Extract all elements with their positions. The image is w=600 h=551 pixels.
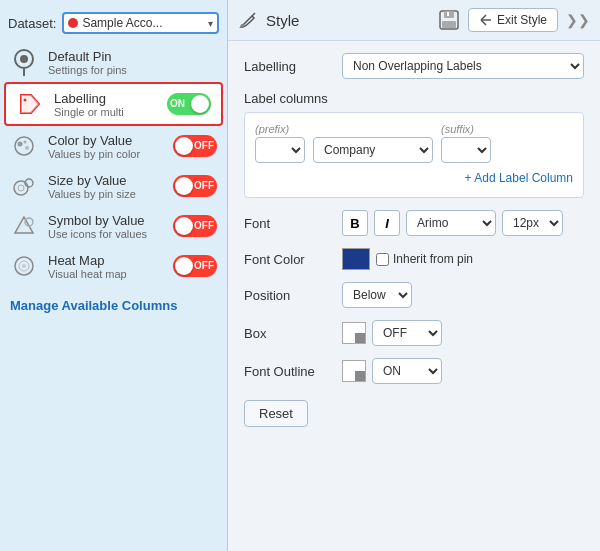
right-panel: Style Exit Style ❯❯ Labelling [228,0,600,551]
font-row: Font B I Arimo 12px 10px 11px 14px 16px … [244,210,584,236]
triangle-circle-icon [10,212,38,240]
right-header: Style Exit Style ❯❯ [228,0,600,41]
labelling-row: Labelling Non Overlapping Labels Overlap… [244,53,584,79]
box-row: Box OFF ON [244,320,584,346]
font-color-label: Font Color [244,252,334,267]
svg-point-5 [18,142,23,147]
symbol-by-value-toggle[interactable]: OFF [173,215,217,238]
labelling-control: Non Overlapping Labels Overlapping Label… [342,53,584,79]
toggle-off[interactable]: OFF [173,215,217,237]
prefix-select[interactable] [255,137,305,163]
sidebar-item-labelling[interactable]: Labelling Single or multi ON [4,82,223,126]
svg-point-15 [22,264,26,268]
sidebar-item-title: Color by Value [48,133,163,148]
label-columns-section: Label columns (prefix) Company [244,91,584,198]
heat-map-toggle[interactable]: OFF [173,255,217,278]
heat-icon [10,252,38,280]
toggle-off[interactable]: OFF [173,175,217,197]
sidebar-item-color-by-value[interactable]: Color by Value Values by pin color OFF [0,126,227,166]
sidebar-item-subtitle: Visual heat map [48,268,163,280]
svg-point-7 [24,141,27,144]
italic-button[interactable]: I [374,210,400,236]
toggle-label: OFF [189,260,214,271]
svg-point-1 [20,55,28,63]
font-label: Font [244,216,334,231]
font-outline-select[interactable]: ON OFF [372,358,442,384]
company-select[interactable]: Company [313,137,433,163]
sidebar-item-symbol-by-value[interactable]: Symbol by Value Use icons for values OFF [0,206,227,246]
exit-style-button[interactable]: Exit Style [468,8,558,32]
paint-brush-icon [238,10,258,30]
suffix-select[interactable] [441,137,491,163]
chevron-down-icon: ▾ [208,18,213,29]
font-family-select[interactable]: Arimo [406,210,496,236]
manage-columns-link[interactable]: Manage Available Columns [0,286,227,325]
pin-icon [10,48,38,76]
sidebar-item-subtitle: Single or multi [54,106,157,118]
sidebar-item-title: Size by Value [48,173,163,188]
color-by-value-toggle[interactable]: OFF [173,135,217,158]
toggle-off[interactable]: OFF [173,255,217,277]
sidebar-item-title: Symbol by Value [48,213,163,228]
inherit-checkbox[interactable] [376,253,389,266]
sidebar-item-size-by-value[interactable]: Size by Value Values by pin size OFF [0,166,227,206]
toggle-label: ON [170,98,195,109]
inherit-checkbox-wrap: Inherit from pin [376,252,473,266]
size-by-value-toggle[interactable]: OFF [173,175,217,198]
sidebar-item-title: Labelling [54,91,157,106]
bold-button[interactable]: B [342,210,368,236]
add-label-link[interactable]: + Add Label Column [255,169,573,187]
save-icon[interactable] [438,9,460,31]
svg-point-8 [14,181,28,195]
position-label: Position [244,288,334,303]
label-columns-area: (prefix) Company (suffix) [244,112,584,198]
font-control: B I Arimo 12px 10px 11px 14px 16px 18px [342,210,584,236]
labelling-toggle[interactable]: ON [167,93,211,116]
box-control: OFF ON [342,320,584,346]
toggle-off[interactable]: OFF [173,135,217,157]
toggle-on[interactable]: ON [167,93,211,115]
labelling-select[interactable]: Non Overlapping Labels Overlapping Label… [342,53,584,79]
panel-title: Style [266,12,430,29]
box-label: Box [244,326,334,341]
outline-color-preview[interactable] [342,360,366,382]
suffix-item: (suffix) [441,123,491,163]
sidebar-item-subtitle: Settings for pins [48,64,217,76]
sidebar-item-heat-map[interactable]: Heat Map Visual heat map OFF [0,246,227,286]
dataset-select[interactable]: Sample Acco... ▾ [62,12,219,34]
circle-dots-icon [10,132,38,160]
sidebar-item-size-by-value-text: Size by Value Values by pin size [48,173,163,200]
dataset-row: Dataset: Sample Acco... ▾ [0,8,227,42]
sidebar-item-subtitle: Values by pin size [48,188,163,200]
dataset-value: Sample Acco... [82,16,204,30]
box-select[interactable]: OFF ON [372,320,442,346]
right-content: Labelling Non Overlapping Labels Overlap… [228,41,600,551]
sidebar-item-title: Heat Map [48,253,163,268]
box-color-preview[interactable] [342,322,366,344]
sidebar-item-color-by-value-text: Color by Value Values by pin color [48,133,163,160]
company-item: Company [313,123,433,163]
sidebar-item-subtitle: Values by pin color [48,148,163,160]
toggle-label: OFF [189,220,214,231]
position-row: Position Below Above Left Right [244,282,584,308]
prefix-item: (prefix) [255,123,305,163]
dataset-dot [68,18,78,28]
exit-style-label: Exit Style [497,13,547,27]
svg-line-16 [252,13,255,16]
position-select[interactable]: Below Above Left Right [342,282,412,308]
sidebar-item-default-pin[interactable]: Default Pin Settings for pins [0,42,227,82]
font-color-swatch[interactable] [342,248,370,270]
svg-point-3 [24,99,27,102]
left-panel: Dataset: Sample Acco... ▾ Default Pin Se… [0,0,228,551]
font-size-select[interactable]: 12px 10px 11px 14px 16px 18px [502,210,563,236]
dataset-label: Dataset: [8,16,56,31]
reset-button[interactable]: Reset [244,400,308,427]
sidebar-item-default-pin-text: Default Pin Settings for pins [48,49,217,76]
fast-forward-icon[interactable]: ❯❯ [566,12,590,28]
prefix-suffix-row: (prefix) Company (suffix) [255,123,573,163]
sidebar-item-symbol-by-value-text: Symbol by Value Use icons for values [48,213,163,240]
toggle-label: OFF [189,180,214,191]
sidebar-item-subtitle: Use icons for values [48,228,163,240]
exit-icon [479,13,493,27]
suffix-label: (suffix) [441,123,491,135]
